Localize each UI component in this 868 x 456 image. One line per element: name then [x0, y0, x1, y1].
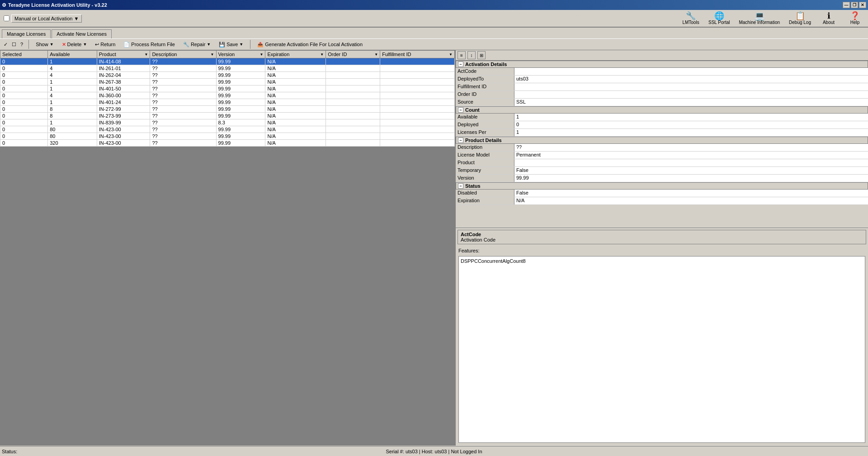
delete-icon: ✕: [62, 42, 66, 48]
save-arrow: ▼: [239, 42, 243, 47]
cell-order_id: [326, 140, 380, 147]
table-row[interactable]: 080IN-423-00??99.99N/A: [0, 126, 455, 133]
prop-icon-3[interactable]: ⊞: [477, 51, 486, 59]
help-button[interactable]: ❓ Help: [844, 11, 866, 26]
product-details-header[interactable]: − Product Details: [456, 137, 868, 144]
cell-order_id: [326, 99, 380, 106]
properties-toolbar: ≡ ↕ ⊞: [456, 50, 868, 61]
table-row[interactable]: 08IN-273-99??99.99N/A: [0, 113, 455, 119]
col-header-product[interactable]: Product ▼: [97, 51, 150, 58]
col-header-description[interactable]: Description ▼: [150, 51, 216, 58]
cell-product: IN-423-00: [97, 133, 150, 140]
cell-expiration: N/A: [265, 72, 326, 79]
lmtools-button[interactable]: 🔧 LMTools: [679, 11, 702, 26]
table-row[interactable]: 04IN-360-00??99.99N/A: [0, 92, 455, 99]
col-header-fulfillment-id[interactable]: Fulfillment ID ▼: [380, 51, 455, 58]
table-row[interactable]: 04IN-261-01??99.99N/A: [0, 65, 455, 72]
tab-manage-licenses[interactable]: Manage Licenses: [2, 29, 51, 38]
col-header-order-id[interactable]: Order ID ▼: [326, 51, 380, 58]
detail-row-product: Product: [456, 159, 868, 167]
process-return-button[interactable]: 📄 Process Return File: [120, 40, 178, 49]
close-button[interactable]: ✕: [859, 2, 866, 8]
count-details-header[interactable]: − Count: [456, 106, 868, 114]
return-button[interactable]: ↩ Return: [92, 40, 118, 49]
table-wrapper[interactable]: Selected Available Product ▼: [0, 50, 455, 446]
license-table: Selected Available Product ▼: [0, 50, 455, 147]
table-row[interactable]: 01IN-414-08??99.99N/A: [0, 58, 455, 65]
table-row[interactable]: 04IN-262-04??99.99N/A: [0, 72, 455, 79]
cell-version: 8.3: [216, 119, 265, 126]
prop-icon-1[interactable]: ≡: [458, 51, 466, 59]
show-button[interactable]: Show ▼: [33, 40, 57, 48]
table-row[interactable]: 0320IN-423-00??99.99N/A: [0, 140, 455, 147]
return-icon: ↩: [95, 42, 99, 48]
cell-description: ??: [150, 92, 216, 99]
title-bar: ⚙ Teradyne License Activation Utility - …: [0, 0, 868, 10]
cell-fulfillment_id: [380, 133, 455, 140]
table-row[interactable]: 080IN-423-00??99.99N/A: [0, 133, 455, 140]
status-collapse[interactable]: −: [458, 183, 463, 189]
activation-dropdown-button[interactable]: Manual or Local Activation ▼: [11, 14, 82, 23]
tooltip-description: Activation Code: [461, 237, 863, 242]
status-bar: Status: Serial #: uts03 | Host: uts03 | …: [0, 446, 868, 456]
cell-product: IN-273-99: [97, 113, 150, 119]
table-row[interactable]: 01IN-839-99??8.3N/A: [0, 119, 455, 126]
machine-info-button[interactable]: 💻 Machine Information: [736, 11, 783, 26]
status-center-text: Serial #: uts03 | Host: uts03 | Not Logg…: [386, 449, 482, 454]
status-details-header[interactable]: − Status: [456, 182, 868, 190]
cell-selected: 0: [0, 140, 48, 147]
count-collapse[interactable]: −: [458, 107, 463, 113]
cell-selected: 0: [0, 119, 48, 126]
activation-checkbox[interactable]: [4, 15, 9, 21]
generate-button[interactable]: 📤 Generate Activation File For Local Act…: [254, 40, 366, 49]
delete-button[interactable]: ✕ Delete ▼: [59, 40, 90, 49]
cell-description: ??: [150, 58, 216, 65]
product-sort-icon: ▼: [144, 52, 148, 57]
activation-collapse[interactable]: −: [458, 62, 463, 67]
minimize-button[interactable]: —: [843, 2, 850, 8]
help-label: Help: [850, 20, 860, 25]
repair-button[interactable]: 🔧 Repair ▼: [180, 40, 214, 49]
orderid-sort-icon: ▼: [374, 52, 378, 57]
save-icon: 💾: [219, 42, 225, 48]
cell-expiration: N/A: [265, 126, 326, 133]
cell-product: IN-267-38: [97, 79, 150, 86]
cell-description: ??: [150, 119, 216, 126]
cell-order_id: [326, 92, 380, 99]
cell-fulfillment_id: [380, 113, 455, 119]
col-header-available[interactable]: Available: [48, 51, 97, 58]
cell-version: 99.99: [216, 72, 265, 79]
col-header-selected[interactable]: Selected: [0, 51, 48, 58]
debug-log-button[interactable]: 📋 Debug Log: [786, 11, 814, 26]
ssl-portal-button[interactable]: 🌐 SSL Portal: [706, 11, 732, 26]
product-collapse[interactable]: −: [458, 138, 463, 143]
restore-button[interactable]: ❐: [851, 2, 858, 8]
lmtools-label: LMTools: [682, 20, 699, 25]
cell-description: ??: [150, 99, 216, 106]
cell-fulfillment_id: [380, 72, 455, 79]
cell-version: 99.99: [216, 106, 265, 113]
table-row[interactable]: 01IN-401-50??99.99N/A: [0, 86, 455, 92]
about-button[interactable]: ℹ About: [817, 11, 840, 26]
detail-row-expiration: Expiration N/A: [456, 197, 868, 205]
tab-activate-licenses[interactable]: Activate New Licenses: [52, 29, 112, 38]
check-all-button[interactable]: ✓: [2, 40, 9, 49]
prop-icon-2[interactable]: ↕: [467, 51, 476, 59]
detail-row-available: Available 1: [456, 114, 868, 121]
table-row[interactable]: 01IN-267-38??99.99N/A: [0, 79, 455, 86]
expiration-sort-icon: ▼: [320, 52, 324, 57]
unknown-button[interactable]: ?: [19, 40, 25, 49]
details-panel[interactable]: − Activation Details ActCode DeployedTo …: [456, 61, 868, 228]
uncheck-all-button[interactable]: ☐: [10, 40, 18, 49]
action-toolbar: ✓ ☐ ? Show ▼ ✕ Delete ▼ ↩ Return 📄 Proce…: [0, 38, 868, 50]
cell-version: 99.99: [216, 86, 265, 92]
cell-selected: 0: [0, 133, 48, 140]
icon-toolbar: 🔧 LMTools 🌐 SSL Portal 💻 Machine Informa…: [679, 11, 866, 26]
col-header-expiration[interactable]: Expiration ▼: [265, 51, 326, 58]
table-row[interactable]: 08IN-272-99??99.99N/A: [0, 106, 455, 113]
col-header-version[interactable]: Version ▼: [216, 51, 265, 58]
save-button[interactable]: 💾 Save ▼: [216, 40, 246, 49]
activation-details-header[interactable]: − Activation Details: [456, 61, 868, 68]
cell-version: 99.99: [216, 79, 265, 86]
table-row[interactable]: 01IN-401-24??99.99N/A: [0, 99, 455, 106]
